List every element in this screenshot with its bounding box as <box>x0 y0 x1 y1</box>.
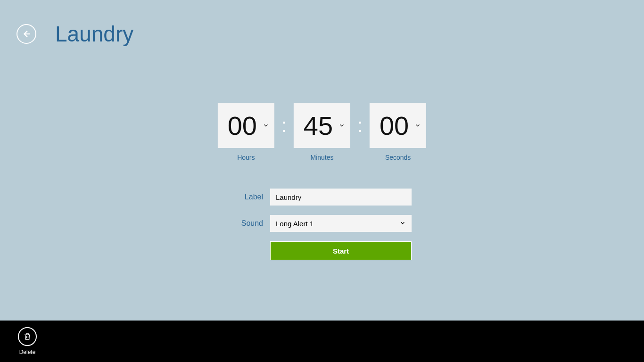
label-row: Label <box>232 189 412 206</box>
chevron-down-icon <box>414 122 421 129</box>
delete-button[interactable]: Delete <box>18 327 37 355</box>
minutes-selector[interactable]: 45 <box>294 103 350 148</box>
sound-caption: Sound <box>241 219 263 228</box>
minutes-unit-label: Minutes <box>310 154 333 161</box>
time-separator: : <box>281 103 287 148</box>
seconds-unit-label: Seconds <box>385 154 411 161</box>
header: Laundry <box>17 21 133 47</box>
hours-column: 00 Hours <box>218 103 274 161</box>
minutes-value: 45 <box>304 110 333 141</box>
seconds-column: 00 Seconds <box>370 103 426 161</box>
start-button-label: Start <box>333 247 349 255</box>
start-button[interactable]: Start <box>270 241 412 260</box>
seconds-selector[interactable]: 00 <box>370 103 426 148</box>
hours-unit-label: Hours <box>237 154 255 161</box>
sound-select[interactable]: Long Alert 1 <box>270 215 412 232</box>
time-separator: : <box>357 103 363 148</box>
seconds-value: 00 <box>380 110 409 141</box>
app-bar: Delete <box>0 321 644 362</box>
form-area: Label Sound Long Alert 1 Start <box>232 189 412 260</box>
page-title: Laundry <box>55 21 133 47</box>
minutes-column: 45 Minutes <box>294 103 350 161</box>
arrow-left-icon <box>21 29 32 39</box>
chevron-down-icon <box>263 122 269 129</box>
back-button[interactable] <box>17 24 36 44</box>
hours-selector[interactable]: 00 <box>218 103 274 148</box>
trash-icon <box>18 327 37 346</box>
time-picker: 00 Hours : 45 Minutes : 00 Seconds <box>218 103 426 161</box>
hours-value: 00 <box>228 110 257 141</box>
chevron-down-icon <box>399 220 406 228</box>
sound-value: Long Alert 1 <box>276 220 314 228</box>
chevron-down-icon <box>339 122 345 129</box>
label-caption: Label <box>245 193 263 201</box>
label-input[interactable] <box>270 189 412 206</box>
sound-row: Sound Long Alert 1 <box>232 215 412 232</box>
delete-label: Delete <box>19 349 36 355</box>
